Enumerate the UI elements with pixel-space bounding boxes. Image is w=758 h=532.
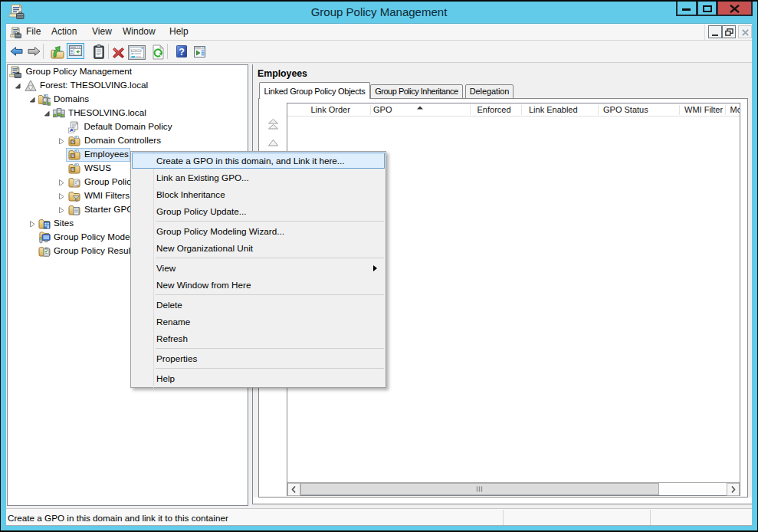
svg-text:?: ? (179, 47, 185, 57)
